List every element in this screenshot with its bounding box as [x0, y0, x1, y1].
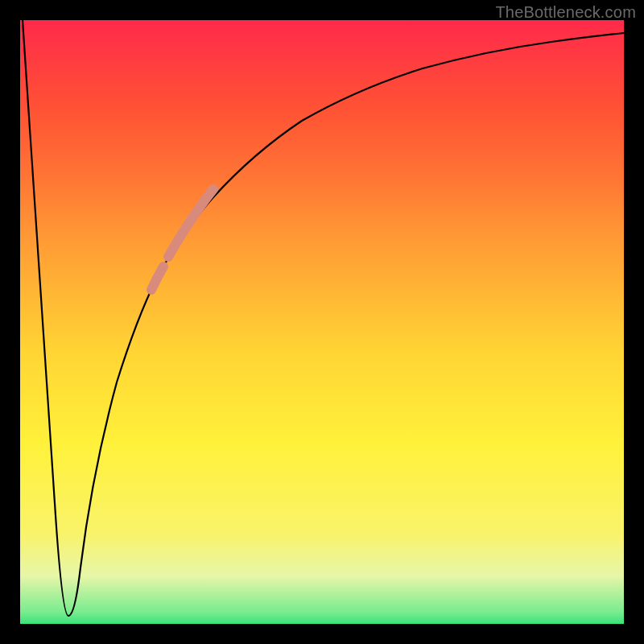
- chart-frame: TheBottleneck.com: [0, 0, 644, 644]
- bottleneck-curve: [23, 20, 624, 616]
- plot-area: [20, 20, 624, 624]
- highlight-segment-lower: [151, 266, 163, 290]
- attribution-text: TheBottleneck.com: [495, 3, 636, 22]
- highlight-segment-upper: [168, 189, 213, 257]
- curve-layer: [20, 20, 624, 624]
